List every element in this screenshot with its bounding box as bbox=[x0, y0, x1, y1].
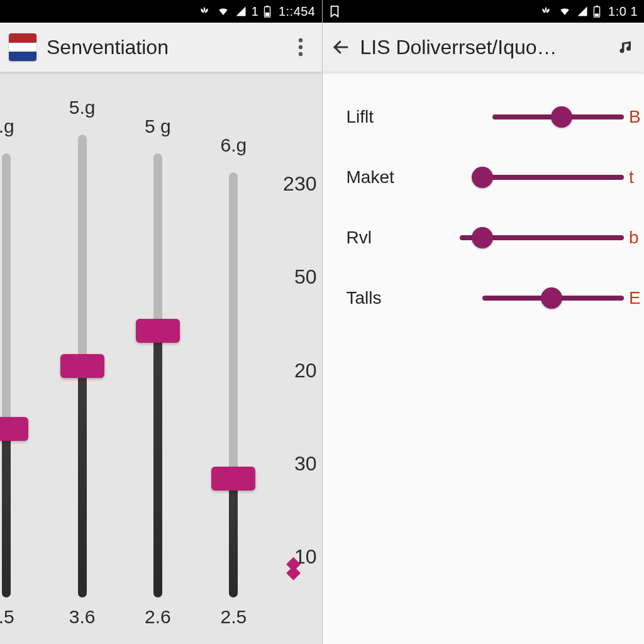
slider-thumb[interactable] bbox=[541, 287, 562, 309]
eq-slider-thumb[interactable] bbox=[136, 319, 180, 343]
eq-top-label: 5.g bbox=[69, 97, 96, 122]
eq-slider-track[interactable] bbox=[229, 172, 238, 597]
slider-thumb[interactable] bbox=[472, 167, 493, 188]
svg-rect-2 bbox=[265, 13, 269, 16]
setting-slider[interactable] bbox=[460, 165, 625, 190]
lotus-icon bbox=[197, 6, 211, 17]
eq-bottom-label: 3.6 bbox=[69, 606, 96, 631]
status-bar: 1 1::454 bbox=[0, 0, 322, 23]
eq-slider-thumb[interactable] bbox=[0, 417, 28, 441]
wifi-icon bbox=[558, 6, 572, 17]
svg-point-3 bbox=[298, 38, 302, 42]
svg-rect-7 bbox=[596, 6, 598, 7]
settings-list: LifltBMakettRvlbTallsE bbox=[323, 72, 645, 644]
eq-slider-track[interactable] bbox=[153, 153, 162, 597]
eq-top-label: .g bbox=[0, 116, 14, 141]
sort-icon[interactable]: ◆◆ bbox=[286, 558, 301, 576]
eq-band: 5.g3.6 bbox=[51, 78, 114, 631]
eq-bottom-label: 2.6 bbox=[145, 606, 171, 631]
setting-slider[interactable] bbox=[460, 286, 625, 311]
bookmark-icon bbox=[329, 5, 340, 18]
setting-row: Rvlb bbox=[323, 208, 645, 268]
eq-bottom-label: 2.5 bbox=[220, 606, 247, 631]
topbar: Senventiation bbox=[0, 23, 322, 72]
page-title: LIS Doliverrset/Iquo… bbox=[360, 36, 618, 59]
eq-slider-thumb[interactable] bbox=[60, 354, 104, 378]
eq-band: .g.5 bbox=[0, 78, 38, 631]
battery-icon bbox=[593, 5, 601, 18]
setting-row: TallsE bbox=[323, 268, 645, 328]
back-button[interactable] bbox=[331, 38, 350, 57]
status-clock: 1:0 1 bbox=[608, 4, 638, 19]
slider-thumb[interactable] bbox=[472, 227, 493, 248]
screen-right: 1:0 1 LIS Doliverrset/Iquo… LifltBMakett… bbox=[322, 0, 645, 644]
status-clock: 1::454 bbox=[279, 4, 316, 19]
setting-suffix: E bbox=[629, 288, 644, 308]
eq-scale-tick: 50 bbox=[277, 265, 317, 289]
setting-suffix: t bbox=[629, 167, 644, 187]
slider-thumb[interactable] bbox=[551, 106, 572, 128]
setting-label: Liflt bbox=[347, 107, 460, 127]
signal-icon bbox=[235, 6, 247, 17]
app-icon[interactable] bbox=[9, 33, 36, 61]
equalizer-scale: 23050203010 bbox=[277, 172, 317, 569]
eq-scale-tick: 20 bbox=[277, 359, 317, 382]
svg-rect-1 bbox=[266, 6, 269, 7]
setting-label: Maket bbox=[347, 167, 460, 187]
overflow-menu-button[interactable] bbox=[288, 35, 313, 60]
eq-slider-thumb[interactable] bbox=[211, 467, 255, 491]
signal-icon bbox=[577, 6, 588, 17]
setting-suffix: B bbox=[629, 107, 644, 127]
setting-row: Makett bbox=[323, 147, 645, 208]
setting-suffix: b bbox=[629, 228, 644, 248]
setting-slider[interactable] bbox=[460, 225, 625, 250]
setting-label: Rvl bbox=[347, 228, 460, 248]
music-icon[interactable] bbox=[618, 38, 635, 56]
eq-slider-track[interactable] bbox=[78, 135, 87, 597]
setting-row: LifltB bbox=[323, 87, 645, 147]
eq-bottom-label: .5 bbox=[0, 606, 14, 631]
eq-scale-tick: 230 bbox=[277, 172, 317, 196]
eq-band: 6.g2.5 bbox=[202, 78, 265, 631]
eq-top-label: 6.g bbox=[220, 135, 247, 160]
eq-scale-tick: 30 bbox=[277, 452, 317, 475]
eq-band: 5 g2.6 bbox=[126, 78, 189, 631]
battery-icon bbox=[264, 5, 271, 18]
lotus-icon bbox=[539, 6, 553, 17]
eq-slider-track[interactable] bbox=[2, 153, 11, 597]
status-bar: 1:0 1 bbox=[323, 0, 645, 23]
svg-point-4 bbox=[298, 45, 302, 49]
equalizer-area: .g.55.g3.65 g2.66.g2.5 23050203010 ◆◆ bbox=[0, 72, 322, 644]
svg-rect-8 bbox=[595, 14, 599, 16]
screen-left: 1 1::454 Senventiation .g.55.g3.65 g2.66… bbox=[0, 0, 322, 644]
page-title: Senventiation bbox=[47, 36, 288, 59]
topbar: LIS Doliverrset/Iquo… bbox=[323, 23, 645, 72]
svg-point-5 bbox=[298, 52, 302, 56]
status-number: 1 bbox=[252, 4, 258, 19]
eq-top-label: 5 g bbox=[145, 116, 171, 141]
wifi-icon bbox=[216, 6, 230, 17]
setting-label: Talls bbox=[347, 288, 460, 308]
setting-slider[interactable] bbox=[460, 104, 625, 130]
